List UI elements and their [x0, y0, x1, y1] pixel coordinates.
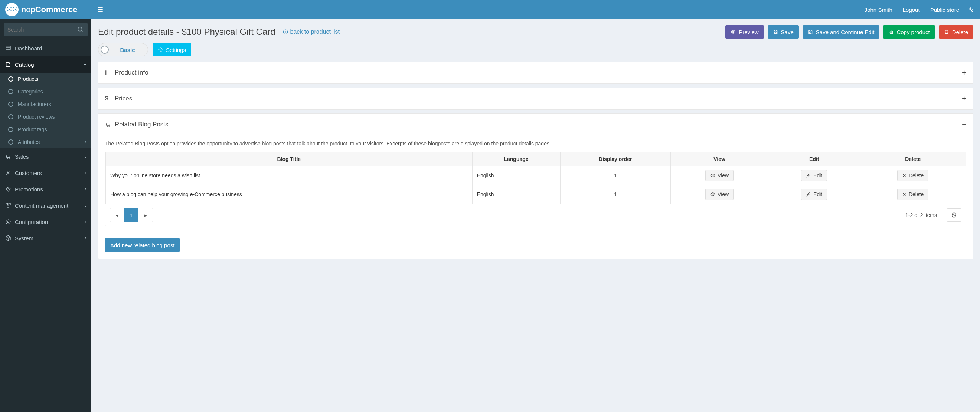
- delete-button[interactable]: Delete: [939, 25, 973, 38]
- subnav-categories[interactable]: Categories: [0, 85, 91, 98]
- chevron-left-icon: ‹: [84, 154, 86, 159]
- panel-prices: $ Prices +: [98, 87, 973, 110]
- button-label: View: [718, 191, 729, 197]
- cell-delete: Delete: [860, 166, 966, 185]
- svg-point-4: [7, 158, 8, 159]
- hamburger-icon[interactable]: ☰: [97, 6, 103, 14]
- nav-configuration[interactable]: Configuration ‹: [0, 214, 91, 230]
- panel-product-info-header[interactable]: i Product info +: [99, 62, 973, 84]
- panel-related-header[interactable]: Related Blog Posts −: [99, 114, 973, 135]
- brand-logo[interactable]: ⁙⁙ nopCommerce: [0, 0, 91, 19]
- row-view-button[interactable]: View: [705, 170, 733, 181]
- svg-point-0: [78, 27, 82, 31]
- top-username[interactable]: John Smith: [865, 7, 892, 13]
- col-display-order[interactable]: Display order: [560, 152, 671, 166]
- dollar-icon: $: [105, 95, 115, 102]
- nav-dashboard[interactable]: Dashboard: [0, 40, 91, 56]
- chevron-left-icon: ‹: [84, 236, 86, 241]
- bullet-icon: [8, 101, 13, 107]
- pager-page-1[interactable]: 1: [124, 208, 138, 222]
- save-continue-button[interactable]: Save and Continue Edit: [803, 25, 880, 38]
- save-button[interactable]: Save: [768, 25, 799, 38]
- grid-footer: ◂ 1 ▸ 1-2 of 2 items: [105, 204, 966, 226]
- button-label: Edit: [813, 173, 822, 178]
- panel-related-desc: The Related Blog Posts option provides t…: [105, 141, 966, 146]
- button-label: View: [718, 173, 729, 178]
- nav-promotions[interactable]: Promotions ‹: [0, 181, 91, 197]
- col-language[interactable]: Language: [472, 152, 560, 166]
- subnav-product-tags[interactable]: Product tags: [0, 123, 91, 136]
- cell-title: Why your online store needs a wish list: [106, 166, 473, 185]
- page-title: Edit product details - $100 Physical Gif…: [98, 27, 275, 37]
- mode-toggle[interactable]: Basic: [98, 43, 148, 56]
- nav-customers[interactable]: Customers ‹: [0, 165, 91, 181]
- svg-point-7: [8, 188, 8, 189]
- nav-main: Dashboard Catalog ▾: [0, 40, 91, 73]
- chevron-down-icon: ▾: [84, 62, 86, 67]
- bullet-icon: [8, 139, 13, 145]
- top-public-store[interactable]: Public store: [930, 7, 959, 13]
- svg-point-25: [712, 175, 713, 176]
- expand-icon[interactable]: +: [962, 69, 966, 77]
- subnav-attributes[interactable]: Attributes ‹: [0, 136, 91, 148]
- nav-catalog[interactable]: Catalog ▾: [0, 56, 91, 73]
- col-blog-title[interactable]: Blog Title: [106, 152, 473, 166]
- cell-language: English: [472, 166, 560, 185]
- collapse-icon[interactable]: −: [962, 120, 966, 129]
- pencil-icon: [806, 192, 811, 197]
- row-edit-button[interactable]: Edit: [801, 170, 827, 181]
- search-box[interactable]: [4, 23, 88, 36]
- col-edit: Edit: [768, 152, 860, 166]
- nav-system[interactable]: System ‹: [0, 230, 91, 246]
- subnav-manufacturers[interactable]: Manufacturers: [0, 98, 91, 111]
- subnav-products[interactable]: Products: [0, 73, 91, 85]
- subnav-label: Product tags: [18, 127, 47, 132]
- panel-prices-header[interactable]: $ Prices +: [99, 88, 973, 109]
- top-links: John Smith Logout Public store: [865, 7, 959, 13]
- copy-product-button[interactable]: Copy product: [883, 25, 935, 38]
- top-logout[interactable]: Logout: [903, 7, 920, 13]
- pager-prev[interactable]: ◂: [110, 208, 124, 222]
- subnav-product-reviews[interactable]: Product reviews: [0, 111, 91, 123]
- table-header-row: Blog Title Language Display order View E…: [106, 152, 966, 166]
- chevron-left-icon: ‹: [84, 139, 86, 145]
- svg-rect-8: [6, 203, 8, 205]
- table-row: Why your online store needs a wish list …: [106, 166, 966, 185]
- nav-label: Customers: [15, 170, 84, 176]
- expand-icon[interactable]: +: [962, 95, 966, 103]
- related-grid: Blog Title Language Display order View E…: [105, 152, 966, 204]
- row-delete-button[interactable]: Delete: [897, 170, 928, 181]
- nav-label: Promotions: [15, 186, 84, 192]
- svg-point-12: [970, 8, 971, 10]
- add-related-blog-post-button[interactable]: Add new related blog post: [105, 238, 180, 252]
- cell-language: English: [472, 185, 560, 204]
- settings-button[interactable]: Settings: [153, 43, 191, 56]
- gear-icon: [158, 47, 163, 52]
- nav-content-management[interactable]: Content management ‹: [0, 197, 91, 214]
- search-icon[interactable]: [77, 26, 84, 33]
- brand-name-a: nop: [22, 5, 35, 14]
- panel-title: Related Blog Posts: [115, 121, 169, 128]
- settings-gear-icon[interactable]: [968, 7, 974, 13]
- back-to-list-link[interactable]: back to product list: [283, 29, 340, 35]
- svg-rect-10: [7, 206, 9, 208]
- preview-button[interactable]: Preview: [725, 25, 764, 38]
- refresh-button[interactable]: [947, 208, 961, 222]
- row-delete-button[interactable]: Delete: [897, 189, 928, 200]
- arrow-left-icon: [283, 29, 288, 35]
- nav-sales[interactable]: Sales ‹: [0, 148, 91, 165]
- nav-label: Catalog: [15, 62, 84, 68]
- col-delete: Delete: [860, 152, 966, 166]
- chevron-left-icon: ‹: [84, 203, 86, 208]
- eye-icon: [710, 192, 715, 197]
- nav-label: Content management: [15, 203, 84, 209]
- search-input[interactable]: [8, 27, 77, 33]
- svg-point-5: [9, 158, 10, 159]
- toggle-knob-icon: [100, 46, 109, 54]
- row-edit-button[interactable]: Edit: [801, 189, 827, 200]
- row-view-button[interactable]: View: [705, 189, 733, 200]
- pager-next[interactable]: ▸: [138, 208, 153, 222]
- panel-title: Prices: [115, 95, 132, 102]
- panel-related-actions: Add new related blog post: [99, 233, 973, 259]
- svg-rect-17: [774, 32, 776, 34]
